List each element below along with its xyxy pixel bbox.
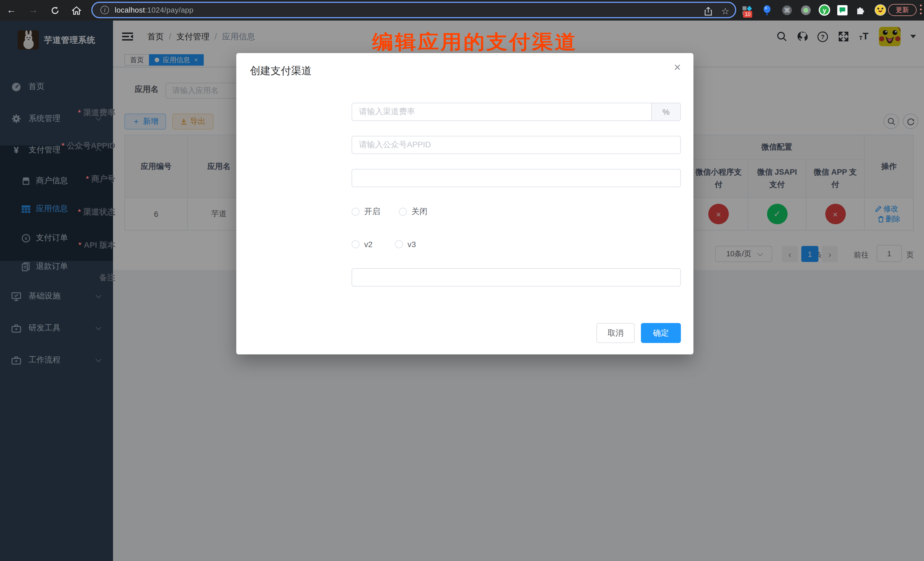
confirm-button[interactable]: 确定 xyxy=(641,323,681,343)
remark-input[interactable] xyxy=(352,268,681,286)
extension-y-icon[interactable]: y xyxy=(818,4,829,14)
browser-reload-icon[interactable] xyxy=(47,0,63,21)
browser-forward-icon[interactable]: → xyxy=(25,0,41,21)
browser-menu-icon[interactable] xyxy=(920,4,922,16)
rate-unit: % xyxy=(652,103,681,121)
extension-dot-icon[interactable] xyxy=(801,5,811,15)
browser-home-icon[interactable] xyxy=(69,0,84,21)
api-radio-v2[interactable]: v2 xyxy=(352,240,373,249)
appid-label: *公众号APPID xyxy=(0,141,115,151)
extension-balloon-icon[interactable] xyxy=(762,5,773,15)
screen: ← → i localhost:1024/pay/app ☆ 10 xyxy=(0,0,924,561)
share-icon[interactable] xyxy=(704,7,712,16)
appid-input[interactable]: 请输入公众号APPID xyxy=(352,136,681,154)
extension-badge: 10 xyxy=(743,11,752,18)
extension-emoji-icon[interactable] xyxy=(874,4,885,14)
remark-label: 备注 xyxy=(0,273,115,283)
radio-circle-icon xyxy=(352,240,360,248)
browser-toolbar: ← → i localhost:1024/pay/app ☆ 10 xyxy=(0,0,924,21)
radio-circle-icon xyxy=(395,240,403,248)
url-text: localhost:1024/pay/app xyxy=(115,6,194,14)
site-info-icon[interactable]: i xyxy=(100,6,109,14)
api-label: *API 版本 xyxy=(0,240,115,250)
extension-chat-icon[interactable] xyxy=(837,5,848,15)
browser-back-icon[interactable]: ← xyxy=(3,0,20,21)
api-radio-v3[interactable]: v3 xyxy=(395,240,416,249)
status-radio-closed[interactable]: 关闭 xyxy=(399,207,428,217)
extension-tiles-icon[interactable]: 10 xyxy=(742,5,752,15)
svg-text:y: y xyxy=(823,7,826,14)
mch-label: *商户号 xyxy=(0,174,115,184)
rate-input[interactable]: 请输入渠道费率 xyxy=(352,103,652,121)
svg-text:⌘: ⌘ xyxy=(784,7,790,14)
address-bar[interactable]: i localhost:1024/pay/app ☆ xyxy=(92,2,736,18)
mch-input[interactable] xyxy=(352,169,681,187)
bookmark-star-icon[interactable]: ☆ xyxy=(721,6,729,16)
status-radio-open[interactable]: 开启 xyxy=(352,207,380,217)
create-channel-dialog: 创建支付渠道 × *渠道费率 请输入渠道费率 % *公众号APPID 请输入公众… xyxy=(236,53,693,354)
annotation-text: 编辑应用的支付渠道 xyxy=(372,29,578,56)
dialog-close-icon[interactable]: × xyxy=(674,61,681,73)
radio-circle-icon xyxy=(399,208,407,216)
browser-update-button[interactable]: 更新 xyxy=(888,4,916,16)
radio-circle-icon xyxy=(352,208,360,216)
dialog-title: 创建支付渠道 xyxy=(250,64,312,78)
cancel-button[interactable]: 取消 xyxy=(596,323,634,343)
extension-puzzle-icon[interactable] xyxy=(855,5,866,15)
extension-command-icon[interactable]: ⌘ xyxy=(782,5,792,15)
rate-label: *渠道费率 xyxy=(0,108,115,118)
status-label: *渠道状态 xyxy=(0,207,115,218)
